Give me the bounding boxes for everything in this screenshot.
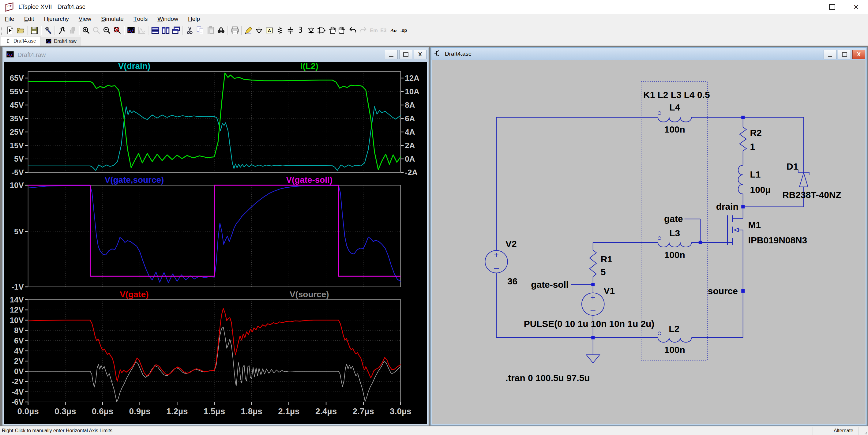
undo-icon[interactable] — [347, 25, 358, 35]
net-label-gate[interactable]: gate — [664, 214, 683, 224]
cut-icon[interactable] — [185, 25, 195, 35]
menu-edit[interactable]: Edit — [19, 14, 39, 24]
schematic-canvas[interactable]: K1 L2 L3 L4 0.5 L4 100n R2 1 L1 100µ D1 … — [432, 60, 866, 424]
schem-close-button[interactable]: X — [852, 50, 865, 59]
ytick-label: -4V — [11, 387, 24, 396]
wave-minimize-button[interactable] — [385, 50, 398, 59]
toolbar-separator — [241, 26, 242, 35]
tran-directive[interactable]: .tran 0 100.5u 97.5u — [505, 373, 590, 383]
tile-vertical-icon[interactable] — [160, 25, 171, 35]
waveform-plot[interactable]: 65V55V45V35V25V15V5V-5V12A10A8A6A4A2A0A-… — [4, 62, 427, 424]
R2-name[interactable]: R2 — [750, 128, 762, 138]
run-icon[interactable] — [57, 25, 67, 35]
R1-name[interactable]: R1 — [601, 254, 612, 264]
trace-title-I(L2)[interactable]: I(L2) — [300, 62, 318, 71]
waveform-file-icon — [6, 50, 14, 60]
zoom-out-icon[interactable] — [102, 25, 112, 35]
L1-name[interactable]: L1 — [750, 169, 761, 179]
toolbar-separator — [124, 26, 125, 35]
status-mode: Alternate — [834, 428, 853, 433]
resistor-icon[interactable] — [275, 25, 285, 35]
V2-value[interactable]: 36 — [507, 276, 518, 286]
ground-icon[interactable] — [254, 25, 264, 35]
M1-name[interactable]: M1 — [748, 220, 761, 230]
text-label-icon[interactable]: Aa — [389, 25, 400, 35]
L3-value[interactable]: 100n — [664, 250, 685, 260]
waveform-window-titlebar[interactable]: Draft4.raw X — [3, 48, 428, 62]
L2-name[interactable]: L2 — [669, 323, 679, 334]
menu-view[interactable]: View — [74, 14, 96, 24]
resize-grip[interactable] — [863, 430, 867, 434]
ytick-label-right: 6A — [405, 114, 415, 123]
wire-icon[interactable] — [243, 25, 254, 35]
minimize-button[interactable] — [796, 0, 820, 14]
waveform-icon[interactable] — [126, 25, 136, 35]
R1-value[interactable]: 5 — [601, 267, 606, 277]
menu-hierarchy[interactable]: Hierarchy — [39, 14, 73, 24]
zoom-extents-icon[interactable] — [112, 25, 122, 35]
ytick-label: 8V — [14, 326, 24, 335]
D1-name[interactable]: D1 — [786, 161, 798, 172]
waveform-plot-area[interactable]: 65V55V45V35V25V15V5V-5V12A10A8A6A4A2A0A-… — [4, 62, 427, 424]
menu-window[interactable]: Window — [153, 14, 183, 24]
ytick-label: -2V — [11, 377, 24, 386]
maximize-button[interactable] — [820, 0, 844, 14]
tile-horizontal-icon[interactable] — [150, 25, 160, 35]
plot-background — [4, 62, 427, 424]
close-button[interactable]: × — [844, 0, 868, 14]
label-net-icon[interactable]: A — [264, 25, 275, 35]
trace-title-V(drain)[interactable]: V(drain) — [118, 62, 150, 71]
coupling-statement[interactable]: K1 L2 L3 L4 0.5 — [643, 90, 710, 100]
M1-value[interactable]: IPB019N08N3 — [748, 235, 807, 245]
copy-icon[interactable] — [195, 25, 206, 35]
L4-value[interactable]: 100n — [664, 124, 685, 134]
spice-directive-icon[interactable]: .op — [400, 25, 410, 35]
control-panel-icon[interactable] — [43, 25, 53, 35]
trace-title-V(gate-soll)[interactable]: V(gate-soll) — [286, 175, 333, 185]
ytick-label: 10V — [10, 316, 24, 324]
ytick-label: 4V — [14, 346, 24, 355]
D1-value[interactable]: RB238T-40NZ — [782, 190, 841, 200]
net-label-drain[interactable]: drain — [716, 201, 739, 212]
menu-tools[interactable]: Tools — [129, 14, 153, 24]
wave-maximize-button[interactable] — [399, 50, 412, 59]
L1-value[interactable]: 100µ — [750, 185, 771, 195]
tab-draft4.raw[interactable]: Draft4.raw — [41, 37, 81, 45]
component-icon[interactable] — [316, 25, 327, 35]
find-icon[interactable] — [216, 25, 226, 35]
drag-icon[interactable] — [337, 25, 347, 35]
menu-file[interactable]: File — [0, 14, 19, 24]
net-label-source[interactable]: source — [708, 286, 738, 296]
R2-value[interactable]: 1 — [750, 142, 755, 152]
move-icon[interactable] — [327, 25, 337, 35]
print-icon[interactable] — [229, 25, 240, 35]
net-label-gate-soll[interactable]: gate-soll — [531, 279, 568, 289]
open-icon[interactable] — [15, 25, 26, 35]
L3-name[interactable]: L3 — [669, 228, 680, 238]
ytick-label-right: 2A — [405, 141, 415, 150]
trace-title-V(gate,source)[interactable]: V(gate,source) — [105, 175, 164, 185]
tab-draft4.asc[interactable]: Draft4.asc — [1, 36, 40, 45]
schem-minimize-button[interactable] — [824, 50, 836, 59]
zoom-in-icon[interactable] — [81, 25, 91, 35]
capacitor-icon[interactable] — [285, 25, 296, 35]
trace-title-V(gate)[interactable]: V(gate) — [120, 289, 149, 299]
wave-close-button[interactable]: X — [414, 50, 427, 59]
new-schematic-icon[interactable] — [5, 25, 15, 35]
inductor-icon[interactable] — [296, 25, 306, 35]
trace-title-V(source)[interactable]: V(source) — [290, 289, 329, 299]
V1-name[interactable]: V1 — [604, 286, 615, 296]
menu-help[interactable]: Help — [183, 14, 205, 24]
schem-maximize-button[interactable] — [838, 50, 851, 59]
cascade-icon[interactable] — [171, 25, 181, 35]
save-icon[interactable] — [29, 25, 39, 35]
toolbar-grip[interactable] — [1, 26, 4, 35]
schematic-window-titlebar[interactable]: Draft4.asc X — [431, 48, 866, 60]
menu-simulate[interactable]: Simulate — [96, 14, 129, 24]
V1-value[interactable]: PULSE(0 10 1u 10n 10n 1u 2u) — [524, 319, 655, 329]
L4-name[interactable]: L4 — [669, 102, 680, 112]
V2-name[interactable]: V2 — [505, 239, 517, 249]
diode-icon[interactable] — [306, 25, 316, 35]
L2-value[interactable]: 100n — [664, 345, 685, 355]
xtick-label: 0.9µs — [129, 407, 151, 416]
